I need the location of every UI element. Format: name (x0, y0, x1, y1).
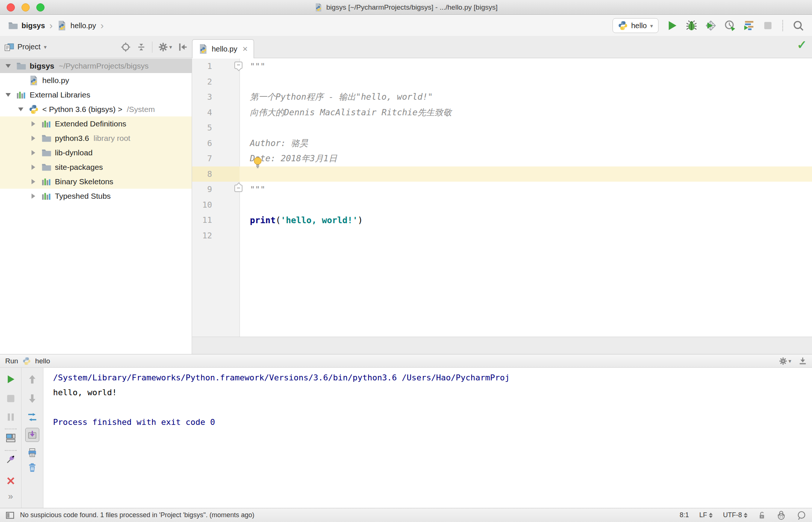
soft-wrap-icon[interactable] (27, 412, 37, 422)
pycharm-window: bigsys [~/PycharmProjects/bigsys] - .../… (0, 0, 812, 522)
settings-gear-icon[interactable] (779, 357, 787, 365)
editor-zone[interactable]: 1"""23第一个Python程序 - 输出"hello, world!"4向伟… (192, 59, 812, 354)
python-file-icon (29, 76, 42, 85)
run-configuration-select[interactable]: hello (613, 18, 658, 33)
run-configuration-label: hello (631, 22, 647, 30)
tree-item-binary-skeletons[interactable]: Binary Skeletons (0, 174, 192, 189)
collapse-all-icon[interactable] (136, 42, 146, 52)
tree-item-label: python3.6 (55, 134, 89, 143)
zoom-window-button[interactable] (36, 3, 44, 11)
print-icon[interactable] (27, 448, 37, 457)
run-with-coverage-button[interactable] (705, 20, 716, 31)
scroll-to-end-icon[interactable] (25, 428, 39, 442)
console-line: /System/Library/Frameworks/Python.framew… (53, 370, 812, 385)
event-log-bubble-icon[interactable] (796, 511, 806, 520)
run-button[interactable] (667, 20, 678, 31)
tree-item-external-libraries[interactable]: External Libraries (0, 87, 192, 102)
down-stack-icon (27, 394, 37, 403)
library-icon (42, 177, 55, 186)
scroll-to-end-glyph (27, 430, 37, 440)
project-tree: bigsys~/PycharmProjects/bigsyshello.pyEx… (0, 59, 192, 354)
toolbar-separator (5, 429, 17, 429)
inspection-ok-icon[interactable] (797, 38, 807, 52)
python-file-icon (198, 44, 208, 54)
fold-marker-end[interactable] (234, 185, 242, 192)
library-icon (42, 191, 55, 201)
up-stack-icon (27, 374, 37, 384)
toolwindow-toggle-icon[interactable] (6, 511, 14, 519)
console-line (53, 400, 812, 414)
tree-item-label: External Libraries (30, 90, 90, 99)
breadcrumb-file[interactable]: hello.py (70, 22, 96, 30)
code-editor[interactable]: 1"""23第一个Python程序 - 输出"hello, world!"4向伟… (192, 59, 812, 337)
more-options-icon[interactable] (8, 492, 13, 500)
search-everywhere-icon[interactable] (793, 20, 804, 31)
tree-item-python3-6[interactable]: python3.6library root (0, 131, 192, 145)
toolbar-separator (5, 450, 17, 451)
line-separator-select[interactable]: LF (699, 511, 713, 519)
code-text: 第一个Python程序 - 输出"hello, world!" (240, 91, 433, 103)
tool-strip: Project hello.py (0, 36, 812, 58)
code-text: """ (240, 185, 265, 194)
close-window-button[interactable] (7, 3, 15, 11)
run-console[interactable]: /System/Library/Frameworks/Python.framew… (43, 368, 812, 508)
hide-panel-icon[interactable] (799, 357, 807, 365)
run-panel-title[interactable]: Run (5, 357, 18, 365)
chevron-right-icon[interactable] (29, 194, 42, 199)
tree-item-python-3-6-bigsys[interactable]: < Python 3.6 (bigsys) >/System (0, 102, 192, 116)
chevron-right-icon[interactable] (29, 121, 42, 126)
code-text: print('hello, world!') (240, 215, 363, 225)
tree-item-extended-definitions[interactable]: Extended Definitions (0, 116, 192, 131)
intention-lightbulb-icon[interactable] (253, 156, 262, 170)
editor-bottom-strip (192, 337, 812, 354)
code-line-8: 8 (192, 166, 812, 182)
debug-button[interactable] (686, 20, 697, 31)
folder-icon (8, 21, 18, 30)
chevron-down-icon[interactable] (16, 108, 29, 111)
tree-item-lib-dynload[interactable]: lib-dynload (0, 145, 192, 160)
run-panel-body: /System/Library/Frameworks/Python.framew… (0, 368, 812, 508)
chevron-right-icon[interactable] (29, 165, 42, 170)
tree-item-label: < Python 3.6 (bigsys) > (42, 105, 122, 114)
minimize-window-button[interactable] (22, 3, 30, 11)
chevron-right-icon[interactable] (29, 136, 42, 141)
code-line-7: 7Date: 2018年3月1日 (192, 151, 812, 166)
tree-item-typeshed-stubs[interactable]: Typeshed Stubs (0, 189, 192, 203)
code-text: """ (240, 62, 265, 71)
locate-file-icon[interactable] (121, 42, 131, 52)
encoding-select[interactable]: UTF-8 (723, 511, 747, 519)
caret-position[interactable]: 8:1 (680, 511, 689, 519)
inspections-hector-icon[interactable] (776, 511, 786, 520)
chevron-right-icon[interactable] (29, 150, 42, 155)
close-tab-icon[interactable] (242, 46, 248, 52)
tree-item-bigsys[interactable]: bigsys~/PycharmProjects/bigsys (0, 59, 192, 73)
chevron-down-icon[interactable] (4, 93, 16, 97)
tree-item-label: site-packages (55, 163, 103, 172)
updown-icon (709, 513, 713, 518)
editor-tab-hello-py[interactable]: hello.py (192, 39, 254, 58)
profiler-button[interactable] (724, 20, 736, 31)
line-number: 12 (192, 228, 240, 244)
close-icon[interactable] (6, 476, 16, 486)
rerun-button[interactable] (6, 374, 16, 384)
settings-gear-icon[interactable] (158, 42, 168, 52)
tree-item-hello-py[interactable]: hello.py (0, 73, 192, 87)
code-line-5: 5 (192, 120, 812, 136)
fold-marker-start[interactable] (234, 62, 242, 69)
tree-item-site-packages[interactable]: site-packages (0, 160, 192, 174)
chevron-down-icon[interactable] (44, 44, 47, 50)
concurrency-diagram-button[interactable] (744, 20, 755, 31)
readonly-lock-icon[interactable] (758, 511, 766, 519)
clear-all-icon[interactable] (27, 463, 37, 472)
chevron-down-icon[interactable] (4, 64, 16, 68)
pin-tab-icon[interactable] (6, 455, 16, 464)
code-line-12: 12 (192, 228, 812, 244)
project-panel-title[interactable]: Project (17, 43, 40, 51)
editor-tab-bar: hello.py (192, 36, 812, 58)
hide-panel-icon[interactable] (178, 42, 188, 52)
run-toolbar: hello (613, 18, 804, 33)
chevron-right-icon[interactable] (29, 179, 42, 184)
breadcrumb-project[interactable]: bigsys (22, 22, 45, 30)
main-area: bigsys~/PycharmProjects/bigsyshello.pyEx… (0, 59, 812, 354)
restore-layout-icon[interactable] (6, 433, 16, 443)
